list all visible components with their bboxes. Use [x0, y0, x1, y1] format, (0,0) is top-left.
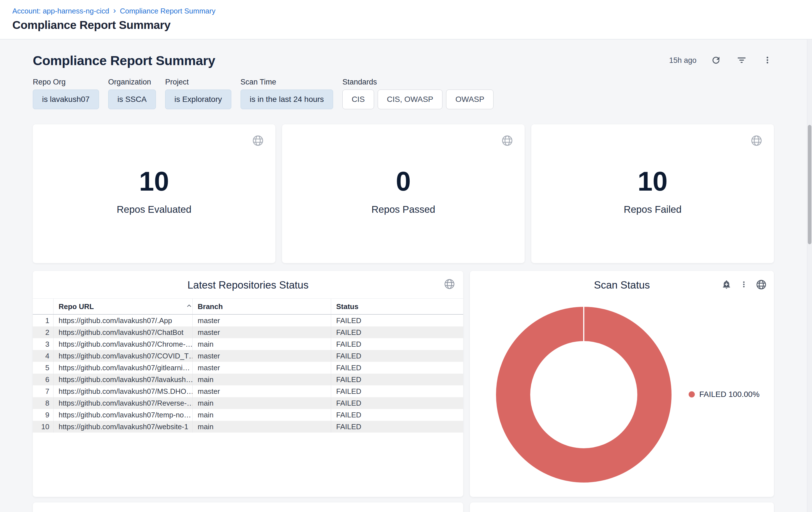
scan-card-actions: [721, 279, 767, 291]
stat-value: 0: [396, 168, 411, 195]
repo-url-cell[interactable]: https://github.com/lavakush07/.App: [53, 315, 192, 326]
repo-url-cell[interactable]: https://github.com/lavakush07/Chrome-…: [53, 338, 192, 350]
branch-cell[interactable]: main: [192, 409, 331, 421]
repo-url-cell[interactable]: https://github.com/lavakush07/lavakush…: [53, 374, 192, 385]
table-row: 5 https://github.com/lavakush07/gitlearn…: [33, 362, 463, 374]
status-cell[interactable]: FAILED: [331, 374, 463, 385]
globe-icon[interactable]: [501, 134, 513, 148]
globe-icon[interactable]: [443, 278, 455, 291]
globe-icon[interactable]: [252, 134, 264, 148]
filter-label: Scan Time: [240, 78, 334, 86]
status-cell[interactable]: FAILED: [331, 338, 463, 350]
status-cell[interactable]: FAILED: [331, 385, 463, 397]
dashboard-content: Compliance Report Summary 15h ago: [0, 39, 812, 512]
column-header-branch[interactable]: Branch: [192, 299, 331, 314]
column-header-status[interactable]: Status: [331, 299, 463, 314]
partial-card-right: [470, 503, 774, 512]
legend-label: FAILED 100.00%: [699, 390, 760, 399]
standards-chip[interactable]: CIS, OWASP: [378, 89, 442, 109]
branch-cell[interactable]: master: [192, 362, 331, 374]
donut-slice-failed[interactable]: [513, 324, 655, 465]
branch-cell[interactable]: main: [192, 421, 331, 433]
dashboard-header: Compliance Report Summary 15h ago: [33, 53, 774, 68]
filter-chip[interactable]: is Exploratory: [165, 89, 231, 109]
status-cell[interactable]: FAILED: [331, 350, 463, 362]
filter-button[interactable]: [735, 54, 748, 67]
standards-chip[interactable]: CIS: [342, 89, 374, 109]
status-cell[interactable]: FAILED: [331, 326, 463, 338]
filter-chip[interactable]: is SSCA: [108, 89, 156, 109]
partial-next-row: [33, 503, 774, 512]
status-cell[interactable]: FAILED: [331, 362, 463, 374]
branch-cell[interactable]: main: [192, 374, 331, 385]
repo-url-cell[interactable]: https://github.com/lavakush07/ChatBot: [53, 326, 192, 338]
row-number: 5: [33, 362, 53, 374]
legend-dot: [689, 391, 695, 398]
top-header-bar: Account: app-harness-ng-cicd › Complianc…: [0, 0, 812, 39]
standards-chip[interactable]: OWASP: [446, 89, 493, 109]
bottom-row: Latest Repositories Status Repo URL Bran…: [33, 271, 774, 497]
filter-label: Repo Org: [33, 78, 99, 86]
table-row: 10 https://github.com/lavakush07/website…: [33, 421, 463, 433]
branch-cell[interactable]: master: [192, 315, 331, 326]
repo-url-cell[interactable]: https://github.com/lavakush07/COVID_T…: [53, 350, 192, 362]
breadcrumb-account-link[interactable]: Account: app-harness-ng-cicd: [12, 7, 109, 16]
kebab-menu-button[interactable]: [761, 54, 774, 67]
filter-group: Project is Exploratory: [165, 78, 231, 109]
branch-cell[interactable]: main: [192, 397, 331, 409]
standards-group: Standards CIS CIS, OWASP OWASP: [342, 78, 493, 109]
status-cell[interactable]: FAILED: [331, 315, 463, 326]
filter-group: Organization is SSCA: [108, 78, 156, 109]
branch-cell[interactable]: master: [192, 326, 331, 338]
repo-table-title: Latest Repositories Status: [33, 271, 463, 291]
stat-cards-row: 10 Repos Evaluated 0 Repos Passed 10 Rep…: [33, 124, 774, 263]
table-row: 1 https://github.com/lavakush07/.App mas…: [33, 315, 463, 326]
kebab-menu-icon: [740, 280, 748, 289]
repo-url-cell[interactable]: https://github.com/lavakush07/Reverse-…: [53, 397, 192, 409]
tile-kebab-menu-button[interactable]: [738, 279, 750, 291]
stat-label: Repos Failed: [624, 204, 682, 215]
filter-chip[interactable]: is in the last 24 hours: [240, 89, 334, 109]
filter-chip[interactable]: is lavakush07: [33, 89, 99, 109]
repo-url-cell[interactable]: https://github.com/lavakush07/website-1: [53, 421, 192, 433]
refresh-button[interactable]: [709, 54, 722, 67]
dashboard-title: Compliance Report Summary: [33, 53, 215, 68]
status-cell[interactable]: FAILED: [331, 421, 463, 433]
filter-icon: [736, 54, 747, 66]
globe-icon[interactable]: [755, 279, 767, 291]
repo-url-cell[interactable]: https://github.com/lavakush07/gitlearni…: [53, 362, 192, 374]
refresh-icon: [711, 55, 721, 66]
page-scrollbar-track: [807, 39, 812, 512]
table-row: 9 https://github.com/lavakush07/temp-no……: [33, 409, 463, 421]
repo-url-cell[interactable]: https://github.com/lavakush07/MS.DHO…: [53, 385, 192, 397]
row-number: 8: [33, 397, 53, 409]
row-number: 1: [33, 315, 53, 326]
status-cell[interactable]: FAILED: [331, 397, 463, 409]
sort-ascending-icon: [186, 302, 192, 311]
repo-table-card: Latest Repositories Status Repo URL Bran…: [33, 271, 463, 497]
standards-label: Standards: [342, 78, 493, 86]
table-row: 2 https://github.com/lavakush07/ChatBot …: [33, 326, 463, 338]
branch-cell[interactable]: main: [192, 338, 331, 350]
breadcrumb-current-link[interactable]: Compliance Report Summary: [120, 7, 215, 16]
row-number: 4: [33, 350, 53, 362]
branch-cell[interactable]: master: [192, 385, 331, 397]
table-body: 1 https://github.com/lavakush07/.App mas…: [33, 315, 463, 433]
table-row: 8 https://github.com/lavakush07/Reverse-…: [33, 397, 463, 409]
repo-url-cell[interactable]: https://github.com/lavakush07/temp-no…: [53, 409, 192, 421]
page-scrollbar-thumb[interactable]: [808, 125, 811, 244]
column-header-repo-url[interactable]: Repo URL: [53, 299, 192, 314]
branch-cell[interactable]: master: [192, 350, 331, 362]
table-row: 3 https://github.com/lavakush07/Chrome-……: [33, 338, 463, 350]
globe-icon[interactable]: [750, 134, 763, 148]
filter-group: Repo Org is lavakush07: [33, 78, 99, 109]
column-header-index: [33, 299, 53, 314]
row-number: 2: [33, 326, 53, 338]
repo-table: Repo URL Branch Status 1 https://github.…: [33, 298, 463, 433]
legend-item[interactable]: FAILED 100.00%: [689, 390, 760, 399]
row-number: 7: [33, 385, 53, 397]
row-number: 6: [33, 374, 53, 385]
status-cell[interactable]: FAILED: [331, 409, 463, 421]
add-alert-button[interactable]: [721, 279, 732, 291]
row-number: 9: [33, 409, 53, 421]
